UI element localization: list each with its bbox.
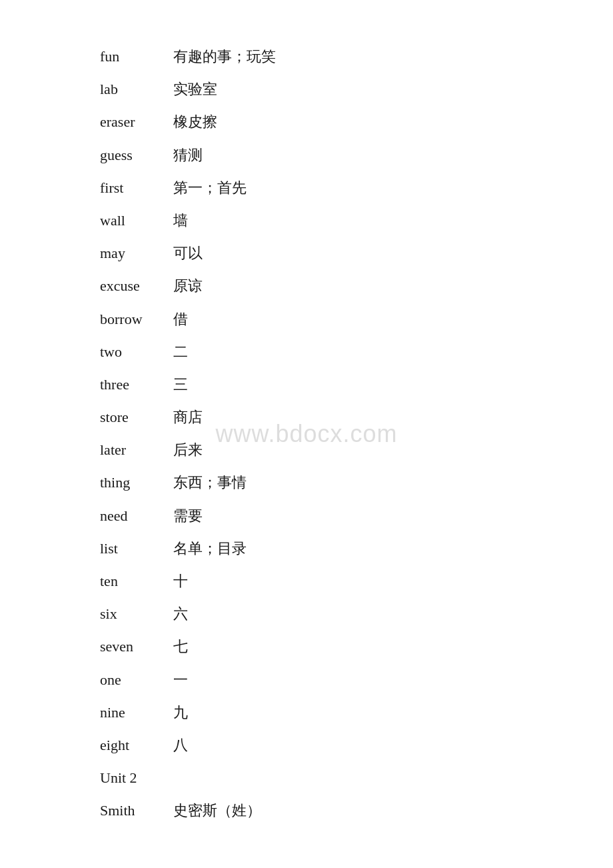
vocab-english: need: [100, 504, 173, 527]
vocab-chinese: 需要: [173, 504, 203, 527]
vocab-chinese: 借: [173, 307, 188, 331]
list-item: two二: [100, 335, 613, 368]
vocab-english: ten: [100, 569, 173, 593]
list-item: store商店: [100, 401, 613, 433]
list-item: three三: [100, 368, 613, 401]
list-item: eight八: [100, 729, 613, 761]
list-item: wall墙: [100, 204, 613, 237]
list-item: six六: [100, 597, 613, 630]
vocab-chinese: 可以: [173, 241, 203, 265]
list-item: lab实验室: [100, 73, 613, 105]
vocab-english: guess: [100, 143, 173, 167]
vocab-chinese: 二: [173, 340, 188, 363]
page: www.bdocx.com fun有趣的事；玩笑lab实验室eraser橡皮擦g…: [0, 0, 613, 868]
vocab-chinese: 后来: [173, 438, 203, 461]
list-item: eraser橡皮擦: [100, 105, 613, 138]
list-item: thing东西；事情: [100, 466, 613, 499]
vocab-chinese: 第一；首先: [173, 176, 247, 199]
vocab-english: first: [100, 176, 173, 199]
vocab-english: may: [100, 241, 173, 265]
vocab-chinese: 原谅: [173, 274, 203, 297]
list-item: excuse原谅: [100, 269, 613, 302]
vocab-chinese: 六: [173, 602, 188, 625]
vocab-chinese: 史密斯（姓）: [173, 799, 261, 822]
vocab-chinese: 九: [173, 701, 188, 724]
vocab-list: fun有趣的事；玩笑lab实验室eraser橡皮擦guess猜测first第一；…: [100, 40, 613, 827]
vocab-english: eight: [100, 733, 173, 757]
list-item: Unit 2: [100, 761, 613, 794]
list-item: ten十: [100, 565, 613, 597]
list-item: later后来: [100, 433, 613, 466]
vocab-chinese: 三: [173, 373, 188, 396]
list-item: need需要: [100, 499, 613, 532]
vocab-english: two: [100, 340, 173, 363]
list-item: seven七: [100, 630, 613, 663]
vocab-chinese: 猜测: [173, 143, 203, 167]
vocab-english: three: [100, 373, 173, 396]
vocab-english: borrow: [100, 307, 173, 331]
vocab-chinese: 东西；事情: [173, 471, 247, 494]
vocab-chinese: 实验室: [173, 77, 217, 101]
vocab-english: list: [100, 537, 173, 560]
vocab-english: thing: [100, 471, 173, 494]
vocab-english: wall: [100, 209, 173, 232]
vocab-chinese: 十: [173, 569, 188, 593]
vocab-english: Smith: [100, 799, 173, 822]
vocab-english: six: [100, 602, 173, 625]
vocab-english: nine: [100, 701, 173, 724]
vocab-chinese: 商店: [173, 405, 203, 429]
vocab-chinese: 名单；目录: [173, 537, 247, 560]
vocab-chinese: 八: [173, 733, 188, 757]
list-item: first第一；首先: [100, 171, 613, 204]
vocab-english: store: [100, 405, 173, 429]
vocab-chinese: 七: [173, 635, 188, 658]
vocab-chinese: 橡皮擦: [173, 110, 217, 133]
list-item: nine九: [100, 696, 613, 729]
vocab-english: seven: [100, 635, 173, 658]
vocab-english: fun: [100, 45, 173, 68]
list-item: list名单；目录: [100, 532, 613, 565]
vocab-english: one: [100, 668, 173, 691]
list-item: borrow借: [100, 303, 613, 335]
vocab-english: eraser: [100, 110, 173, 133]
list-item: guess猜测: [100, 139, 613, 171]
vocab-english: Unit 2: [100, 766, 173, 789]
vocab-chinese: 有趣的事；玩笑: [173, 45, 276, 68]
vocab-english: excuse: [100, 274, 173, 297]
list-item: Smith史密斯（姓）: [100, 794, 613, 827]
vocab-chinese: 一: [173, 668, 188, 691]
vocab-chinese: 墙: [173, 209, 188, 232]
list-item: may可以: [100, 237, 613, 269]
list-item: one一: [100, 663, 613, 696]
vocab-english: lab: [100, 77, 173, 101]
list-item: fun有趣的事；玩笑: [100, 40, 613, 73]
vocab-english: later: [100, 438, 173, 461]
